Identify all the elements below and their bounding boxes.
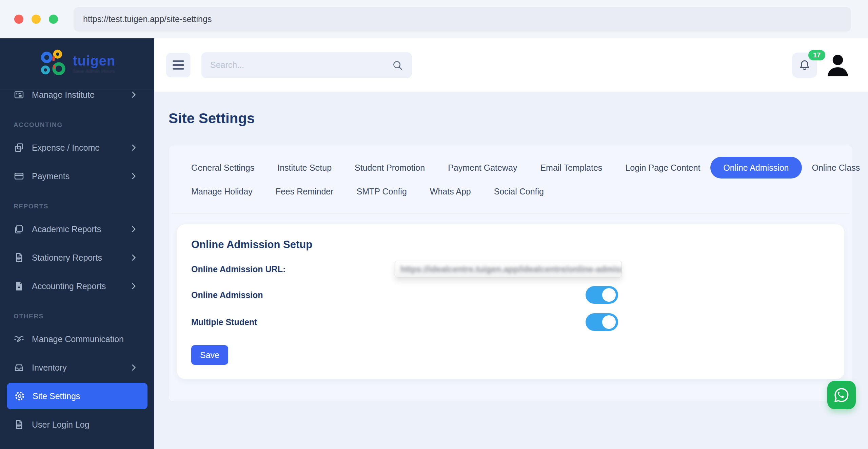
search-box[interactable] (201, 52, 412, 78)
topbar: 17 (154, 38, 868, 92)
sidebar-item-manage-communication[interactable]: Manage Communication (0, 325, 154, 353)
sidebar-item-user-login-log[interactable]: User Login Log (0, 410, 154, 439)
chevron-right-icon (129, 225, 138, 233)
online-admission-setup-card: Online Admission Setup Online Admission … (177, 224, 844, 379)
online-admission-toggle-label: Online Admission (191, 290, 395, 300)
sidebar-item-stationery-reports[interactable]: Stationery Reports (0, 243, 154, 272)
chevron-right-icon (129, 172, 138, 181)
tab-smtp-config[interactable]: SMTP Config (357, 185, 407, 198)
document-icon (14, 419, 24, 430)
browser-chrome: https://test.tuigen.app/site-settings (0, 0, 868, 38)
tab-institute-setup[interactable]: Institute Setup (277, 162, 332, 174)
search-input[interactable] (210, 60, 392, 70)
tab-fees-reminder[interactable]: Fees Reminder (276, 185, 334, 198)
toggle-knob (602, 288, 616, 302)
content-area: Site Settings General Settings Institute… (154, 92, 868, 449)
user-avatar[interactable] (825, 52, 851, 78)
notification-count-badge: 17 (808, 50, 825, 60)
chevron-right-icon (129, 90, 138, 99)
sidebar-item-accounting-reports[interactable]: Accounting Reports (0, 272, 154, 300)
handshake-icon (14, 334, 24, 344)
tab-online-class[interactable]: Online Class (812, 162, 860, 174)
card-title: Online Admission Setup (191, 238, 830, 251)
multiple-student-toggle[interactable] (586, 313, 618, 331)
online-admission-toggle[interactable] (586, 286, 618, 304)
save-button[interactable]: Save (191, 345, 228, 365)
url-text: https://test.tuigen.app/site-settings (83, 14, 212, 24)
sidebar-logo[interactable]: tuigen Save Admin Hours (0, 38, 154, 90)
settings-panel: General Settings Institute Setup Student… (169, 145, 853, 402)
whatsapp-icon (833, 386, 850, 404)
sidebar: tuigen Save Admin Hours Manage Institute (0, 38, 154, 449)
document-icon (14, 252, 24, 263)
sidebar-item-inventory[interactable]: Inventory (0, 353, 154, 382)
chevron-right-icon (129, 143, 138, 152)
logo-brand-text: tuigen (73, 54, 116, 68)
settings-tabs: General Settings Institute Setup Student… (169, 162, 852, 198)
whatsapp-button[interactable] (827, 381, 856, 409)
bell-icon (798, 58, 811, 72)
hamburger-menu-button[interactable] (166, 53, 191, 77)
copy-icon (14, 142, 24, 153)
tab-student-promotion[interactable]: Student Promotion (355, 162, 425, 174)
sidebar-item-site-settings[interactable]: Site Settings (7, 383, 147, 409)
multiple-student-toggle-label: Multiple Student (191, 317, 395, 327)
close-window-button[interactable] (14, 15, 23, 24)
sidebar-section-others: OTHERS (0, 312, 154, 321)
tab-email-templates[interactable]: Email Templates (540, 162, 602, 174)
window-controls (14, 15, 58, 24)
user-icon (825, 52, 851, 78)
sidebar-nav: Manage Institute ACCOUNTING Expense / In… (0, 80, 154, 439)
search-icon (392, 59, 403, 71)
page-title: Site Settings (169, 110, 853, 127)
tab-login-page-content[interactable]: Login Page Content (625, 162, 700, 174)
tab-general-settings[interactable]: General Settings (191, 162, 254, 174)
tabs-divider (172, 213, 850, 213)
notifications-button[interactable]: 17 (792, 53, 817, 78)
inbox-icon (14, 362, 24, 373)
online-admission-url-input[interactable]: https://idealcentre.tuigen.app/idealcent… (395, 261, 622, 278)
maximize-window-button[interactable] (49, 15, 58, 24)
tab-social-config[interactable]: Social Config (494, 185, 544, 198)
tuigen-logo-icon (39, 49, 68, 79)
sidebar-item-academic-reports[interactable]: Academic Reports (0, 215, 154, 243)
sidebar-item-expense-income[interactable]: Expense / Income (0, 133, 154, 162)
online-admission-url-label: Online Admission URL: (191, 264, 395, 274)
pages-icon (14, 224, 24, 235)
credit-card-icon (14, 171, 24, 182)
chevron-right-icon (129, 253, 138, 262)
tab-payment-gateway[interactable]: Payment Gateway (448, 162, 517, 174)
gear-icon (14, 391, 25, 401)
url-value-redacted: https://idealcentre.tuigen.app/idealcent… (400, 264, 622, 274)
tab-online-admission[interactable]: Online Admission (710, 157, 802, 179)
tab-whats-app[interactable]: Whats App (430, 185, 471, 198)
browser-address-bar[interactable]: https://test.tuigen.app/site-settings (74, 7, 851, 32)
tab-manage-holiday[interactable]: Manage Holiday (191, 185, 253, 198)
chevron-right-icon (129, 363, 138, 372)
chevron-right-icon (129, 282, 138, 291)
sidebar-section-reports: REPORTS (0, 202, 154, 211)
building-icon (14, 89, 24, 100)
sidebar-item-payments[interactable]: Payments (0, 162, 154, 190)
sidebar-section-accounting: ACCOUNTING (0, 120, 154, 129)
minimize-window-button[interactable] (32, 15, 41, 24)
toggle-knob (602, 315, 616, 329)
logo-tagline: Save Admin Hours (73, 68, 116, 74)
document-filled-icon (14, 281, 24, 292)
